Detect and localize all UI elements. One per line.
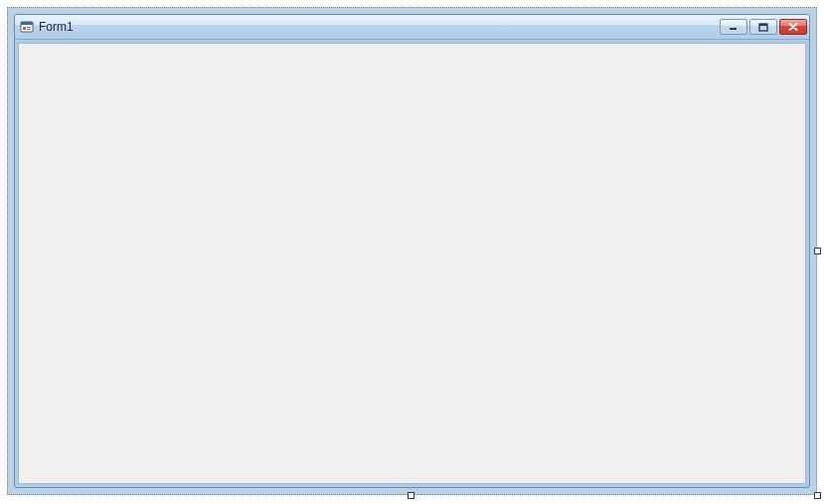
maximize-button[interactable] — [749, 19, 777, 35]
close-icon — [788, 23, 798, 31]
svg-rect-5 — [730, 28, 737, 30]
svg-rect-3 — [27, 27, 31, 28]
resize-grip-bottom[interactable] — [408, 492, 414, 499]
window-title: Form1 — [39, 21, 720, 33]
svg-rect-4 — [27, 29, 31, 30]
caption-buttons — [720, 19, 807, 35]
minimize-icon — [729, 23, 739, 31]
svg-rect-7 — [759, 24, 767, 26]
resize-grip-corner[interactable] — [814, 492, 821, 499]
svg-rect-2 — [23, 27, 26, 30]
form-chrome: Form1 — [14, 14, 810, 488]
titlebar[interactable]: Form1 — [15, 15, 809, 40]
form-client-area[interactable] — [18, 43, 806, 484]
svg-rect-1 — [21, 22, 33, 25]
minimize-button[interactable] — [720, 19, 747, 35]
form-window[interactable]: Form1 — [7, 7, 817, 495]
app-icon — [20, 20, 34, 34]
maximize-icon — [758, 23, 768, 32]
close-button[interactable] — [779, 19, 807, 35]
designer-canvas: Form1 — [0, 0, 824, 504]
resize-grip-right[interactable] — [814, 248, 821, 254]
